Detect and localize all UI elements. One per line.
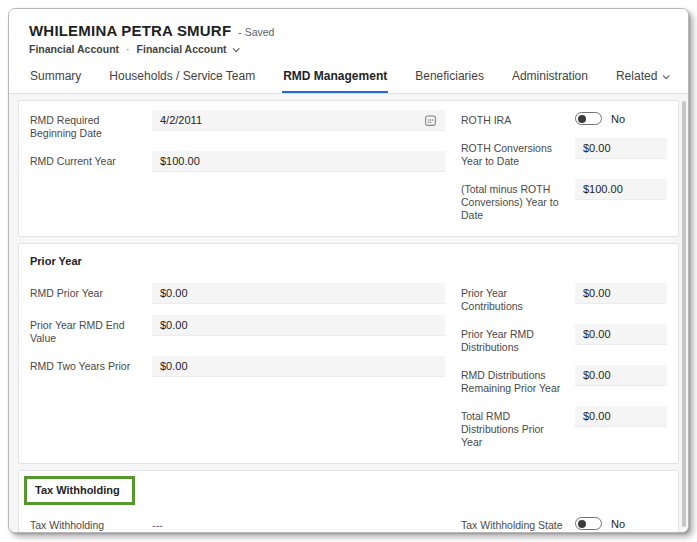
field-value: $0.00	[583, 328, 611, 340]
field-value: $0.00	[583, 142, 611, 154]
prior-year-rmd-end-value-input[interactable]: $0.00	[152, 315, 445, 336]
save-status: - Saved	[238, 26, 274, 38]
tax-withholding-right-column: Tax Withholding State Opted Out No Tax W…	[461, 515, 667, 533]
rmd-right-column: ROTH IRA No ROTH Conversions Year to Dat…	[461, 110, 667, 233]
field-row: RMD Two Years Prior $0.00	[30, 356, 445, 377]
field-row: Tax Withholding Elected ---	[30, 515, 445, 533]
field-value: $0.00	[583, 369, 611, 381]
field-value: $0.00	[583, 410, 611, 422]
record-header: WHILEMINA PETRA SMURF - Saved Financial …	[9, 9, 688, 94]
field-label: ROTH Conversions Year to Date	[461, 138, 565, 168]
field-label: Tax Withholding Elected	[30, 515, 142, 533]
record-window: WHILEMINA PETRA SMURF - Saved Financial …	[8, 8, 689, 533]
field-row: RMD Current Year $100.00	[30, 151, 445, 172]
rmd-current-year-input[interactable]: $100.00	[152, 151, 445, 172]
toggle-knob	[578, 115, 586, 123]
rmd-required-beginning-date-input[interactable]: 4/2/2011	[152, 110, 445, 131]
tab-summary[interactable]: Summary	[29, 67, 82, 93]
field-label: Total RMD Distributions Prior Year	[461, 406, 565, 449]
form-selector-label: Financial Account	[137, 43, 227, 55]
rmd-prior-year-input[interactable]: $0.00	[152, 283, 445, 304]
field-label: RMD Prior Year	[30, 283, 142, 300]
total-minus-roth-ytd-input[interactable]: $100.00	[575, 179, 667, 200]
title-row: WHILEMINA PETRA SMURF - Saved	[29, 22, 668, 39]
roth-ira-toggle[interactable]: No	[575, 110, 667, 125]
form-selector[interactable]: Financial Account	[137, 43, 238, 55]
tab-related[interactable]: Related	[615, 67, 669, 93]
tab-related-label: Related	[616, 69, 657, 83]
tab-content: RMD Required Beginning Date 4/2/2011 RMD…	[9, 94, 688, 533]
tax-withholding-elected-value: ---	[152, 515, 445, 531]
total-rmd-distributions-prior-year-input[interactable]: $0.00	[575, 406, 667, 427]
field-label: RMD Two Years Prior	[30, 356, 142, 373]
highlight-box: Tax Withholding	[24, 476, 135, 505]
section-title: Prior Year	[30, 255, 667, 267]
field-label: Tax Withholding State Opted Out	[461, 515, 565, 533]
prior-year-contributions-input[interactable]: $0.00	[575, 283, 667, 304]
tab-rmd-management[interactable]: RMD Management	[282, 67, 388, 93]
tax-withholding-state-opted-out-toggle[interactable]: No	[575, 515, 667, 530]
field-value: $0.00	[160, 287, 188, 299]
section-title: Tax Withholding	[35, 484, 120, 496]
field-label: RMD Required Beginning Date	[30, 110, 142, 140]
field-label: RMD Distributions Remaining Prior Year	[461, 365, 565, 395]
field-row: Prior Year Contributions $0.00	[461, 283, 667, 313]
toggle-value: No	[611, 113, 625, 125]
field-row: ROTH IRA No	[461, 110, 667, 127]
tab-administration[interactable]: Administration	[511, 67, 589, 93]
tab-households-service-team[interactable]: Households / Service Team	[108, 67, 256, 93]
chevron-down-icon	[232, 45, 239, 52]
field-row: (Total minus ROTH Conversions) Year to D…	[461, 179, 667, 222]
section-rmd-current: RMD Required Beginning Date 4/2/2011 RMD…	[18, 100, 679, 237]
tab-beneficiaries[interactable]: Beneficiaries	[414, 67, 485, 93]
rmd-left-column: RMD Required Beginning Date 4/2/2011 RMD…	[30, 110, 445, 233]
breadcrumb: Financial Account · Financial Account	[29, 43, 668, 55]
field-label: (Total minus ROTH Conversions) Year to D…	[461, 179, 565, 222]
chevron-down-icon	[663, 72, 670, 79]
rmd-distributions-remaining-prior-year-input[interactable]: $0.00	[575, 365, 667, 386]
breadcrumb-separator: ·	[126, 43, 130, 55]
rmd-two-years-prior-input[interactable]: $0.00	[152, 356, 445, 377]
entity-name: Financial Account	[29, 43, 119, 55]
toggle-value: No	[611, 518, 625, 530]
tax-withholding-left-column: Tax Withholding Elected --- Tax Withhold…	[30, 515, 445, 533]
prior-year-rmd-distributions-input[interactable]: $0.00	[575, 324, 667, 345]
prior-year-left-column: RMD Prior Year $0.00 Prior Year RMD End …	[30, 283, 445, 460]
field-value: $100.00	[160, 155, 200, 167]
field-value: $0.00	[583, 287, 611, 299]
roth-conversions-ytd-input[interactable]: $0.00	[575, 138, 667, 159]
tab-bar: Summary Households / Service Team RMD Ma…	[9, 67, 688, 94]
field-value: 4/2/2011	[160, 114, 202, 126]
field-value: $0.00	[160, 319, 188, 331]
field-row: Tax Withholding State Opted Out No	[461, 515, 667, 533]
calendar-icon[interactable]	[424, 114, 437, 127]
toggle-switch[interactable]	[575, 112, 602, 125]
field-label: Prior Year RMD Distributions	[461, 324, 565, 354]
section-prior-year: Prior Year RMD Prior Year $0.00 Prior Ye…	[18, 243, 679, 464]
field-label: ROTH IRA	[461, 110, 565, 127]
field-row: ROTH Conversions Year to Date $0.00	[461, 138, 667, 168]
section-tax-withholding: Tax Withholding Tax Withholding Elected …	[18, 470, 679, 533]
field-row: RMD Distributions Remaining Prior Year $…	[461, 365, 667, 395]
field-row: RMD Required Beginning Date 4/2/2011	[30, 110, 445, 140]
toggle-switch[interactable]	[575, 517, 602, 530]
prior-year-right-column: Prior Year Contributions $0.00 Prior Yea…	[461, 283, 667, 460]
field-label: Prior Year Contributions	[461, 283, 565, 313]
vertical-scrollbar[interactable]	[682, 101, 686, 527]
field-row: RMD Prior Year $0.00	[30, 283, 445, 304]
field-value: $0.00	[160, 360, 188, 372]
page-title: WHILEMINA PETRA SMURF	[29, 22, 231, 39]
field-label: RMD Current Year	[30, 151, 142, 168]
field-label: Prior Year RMD End Value	[30, 315, 142, 345]
field-row: Total RMD Distributions Prior Year $0.00	[461, 406, 667, 449]
field-row: Prior Year RMD End Value $0.00	[30, 315, 445, 345]
field-row: Prior Year RMD Distributions $0.00	[461, 324, 667, 354]
field-value: $100.00	[583, 183, 623, 195]
toggle-knob	[578, 520, 586, 528]
